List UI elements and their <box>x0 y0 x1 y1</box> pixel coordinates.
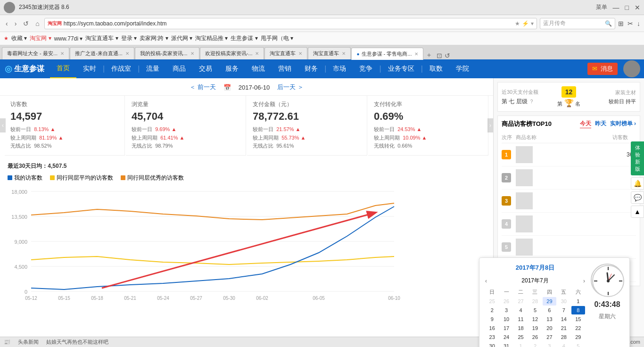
top10-realtime-tab[interactable]: 实时榜单 › <box>610 120 636 128</box>
tab-3-close[interactable]: ✕ <box>255 51 259 56</box>
cal-day-29-prev[interactable]: 29 <box>543 297 556 306</box>
bell-icon[interactable]: 🔔 <box>631 177 644 190</box>
cal-day-16[interactable]: 16 <box>485 324 499 332</box>
nav-logistics[interactable]: 物流 <box>245 59 272 78</box>
cal-day-6[interactable]: 6 <box>543 306 556 314</box>
nav-dropdown[interactable]: ▾ <box>531 20 534 27</box>
bookmark-taobao[interactable]: 淘宝网 ▾ <box>30 34 51 42</box>
search-bar[interactable]: 蓝月传奇 🔍 <box>540 18 615 29</box>
cal-day-26[interactable]: 26 <box>528 333 542 341</box>
cal-day-10[interactable]: 10 <box>499 315 513 323</box>
cal-day-28[interactable]: 28 <box>557 333 570 341</box>
cal-day-18[interactable]: 18 <box>514 324 528 332</box>
tab-0-close[interactable]: ✕ <box>60 51 64 56</box>
cal-day-28-prev[interactable]: 28 <box>528 297 542 306</box>
scissors-icon[interactable]: ✂ <box>627 20 633 27</box>
nav-trade[interactable]: 交易 <box>192 59 219 78</box>
cal-day-30-prev[interactable]: 30 <box>557 297 570 306</box>
back-button[interactable]: ‹ <box>4 19 10 28</box>
cal-day-23[interactable]: 23 <box>485 333 499 341</box>
download-icon[interactable]: ↓ <box>637 20 640 27</box>
home-button[interactable]: ⌂ <box>33 19 41 28</box>
cal-day-31[interactable]: 31 <box>499 342 513 347</box>
tab-1[interactable]: 推广之道-来自直通... ✕ <box>70 47 134 59</box>
cal-day-27-prev[interactable]: 27 <box>514 297 528 306</box>
top10-yesterday-tab[interactable]: 昨天 <box>595 120 606 128</box>
cal-day-5[interactable]: 5 <box>528 306 542 314</box>
tab-6-active[interactable]: ● 生意参谋 - 零售电商... ✕ <box>351 48 423 60</box>
cal-day-22[interactable]: 22 <box>571 324 585 332</box>
experience-button[interactable]: 体验新版 <box>631 141 644 175</box>
bookmark-boutique[interactable]: 淘宝精品推 ▾ <box>195 34 228 42</box>
cal-day-19[interactable]: 19 <box>528 324 542 332</box>
minimize-button[interactable]: — <box>613 4 619 11</box>
message-button[interactable]: ✉ 消息 <box>587 63 618 75</box>
cal-day-3[interactable]: 3 <box>499 306 513 314</box>
cal-day-25[interactable]: 25 <box>514 333 528 341</box>
nav-product[interactable]: 商品 <box>166 59 192 78</box>
cal-day-4-next[interactable]: 4 <box>557 342 570 347</box>
nav-academy[interactable]: 学院 <box>449 59 476 78</box>
tab-6-close[interactable]: ✕ <box>414 51 418 57</box>
stats-scroll-left[interactable]: ‹ <box>0 118 6 132</box>
nav-fetch[interactable]: 取数 <box>423 59 449 78</box>
bookmark-favorites[interactable]: 收藏 ▾ <box>11 34 27 42</box>
bookmark-paidai[interactable]: 派代网 ▾ <box>171 34 192 42</box>
prev-day-button[interactable]: ＜ 前一天 <box>190 83 216 91</box>
nav-finance[interactable]: 财务 <box>298 59 324 78</box>
nav-compete[interactable]: 竞争 <box>353 59 379 78</box>
tab-back-button[interactable]: ↺ <box>445 52 450 59</box>
tab-1-close[interactable]: ✕ <box>125 51 129 56</box>
new-tab-button[interactable]: ＋ <box>424 51 434 59</box>
scroll-top-icon[interactable]: ▲ <box>631 206 644 218</box>
cal-day-15[interactable]: 15 <box>571 315 585 323</box>
nav-home[interactable]: 首页 <box>50 59 76 78</box>
bookmark-shuashou[interactable]: 甩手网（电 ▾ <box>261 34 293 42</box>
next-day-button[interactable]: 后一天 ＞ <box>277 83 304 91</box>
stats-scroll-right[interactable]: › <box>487 118 493 132</box>
tab-0[interactable]: 毒霸网址大全 - 最安... ✕ <box>2 47 69 59</box>
tab-4[interactable]: 淘宝直通车 ✕ <box>264 47 307 59</box>
user-avatar[interactable] <box>623 60 640 77</box>
nav-realtime[interactable]: 实时 <box>76 59 103 78</box>
forward-button[interactable]: › <box>13 19 19 28</box>
close-button[interactable]: ✕ <box>635 4 640 11</box>
cal-day-30[interactable]: 30 <box>485 342 499 347</box>
bookmark-zhitongche[interactable]: 淘宝直通车 ▾ <box>85 34 118 42</box>
grid-icon[interactable]: ⊞ <box>618 20 624 27</box>
bookmark-sycm[interactable]: 生意参谋 ▾ <box>231 34 257 42</box>
cal-day-8-today[interactable]: 8 <box>571 306 585 314</box>
address-bar[interactable]: 淘宝网 https://sycm.taobao.com/portal/index… <box>44 18 537 29</box>
tab-5-close[interactable]: ✕ <box>342 51 346 56</box>
rank-help-icon[interactable]: ? <box>530 99 533 104</box>
nav-marketing[interactable]: 营销 <box>272 59 298 78</box>
bookmark-sellers[interactable]: 卖家网:跨 ▾ <box>140 34 168 42</box>
nav-market[interactable]: 市场 <box>326 59 353 78</box>
cal-day-9[interactable]: 9 <box>485 315 499 323</box>
tab-4-close[interactable]: ✕ <box>298 51 302 56</box>
tab-3[interactable]: 欢迎投稿卖家资讯-... ✕ <box>200 47 264 59</box>
cal-day-21[interactable]: 21 <box>557 324 570 332</box>
maximize-button[interactable]: □ <box>625 4 629 11</box>
tab-2[interactable]: 我的投稿-卖家资讯... ✕ <box>135 47 199 59</box>
calendar-prev-button[interactable]: ‹ <box>485 278 487 284</box>
tab-list-button[interactable]: ⊡ <box>437 52 442 59</box>
refresh-button[interactable]: ↺ <box>21 19 31 28</box>
search-icon[interactable]: 🔍 <box>605 20 612 27</box>
tab-5[interactable]: 淘宝直通车 ✕ <box>308 47 351 59</box>
cal-day-7[interactable]: 7 <box>557 306 570 314</box>
nav-traffic[interactable]: 流量 <box>140 59 166 78</box>
cal-day-26-prev[interactable]: 26 <box>499 297 513 306</box>
tab-2-close[interactable]: ✕ <box>190 51 194 56</box>
cal-day-1-next[interactable]: 1 <box>514 342 528 347</box>
cal-day-29[interactable]: 29 <box>571 333 585 341</box>
cal-day-13[interactable]: 13 <box>543 315 556 323</box>
cal-day-1[interactable]: 1 <box>571 297 585 306</box>
cal-day-4[interactable]: 4 <box>514 306 528 314</box>
bookmark-login[interactable]: 登录 ▾ <box>121 34 137 42</box>
top10-today-tab[interactable]: 今天 <box>580 120 591 128</box>
cal-day-25-prev[interactable]: 25 <box>485 297 499 306</box>
cal-day-24[interactable]: 24 <box>499 333 513 341</box>
cal-day-27[interactable]: 27 <box>543 333 556 341</box>
cal-day-2-next[interactable]: 2 <box>528 342 542 347</box>
